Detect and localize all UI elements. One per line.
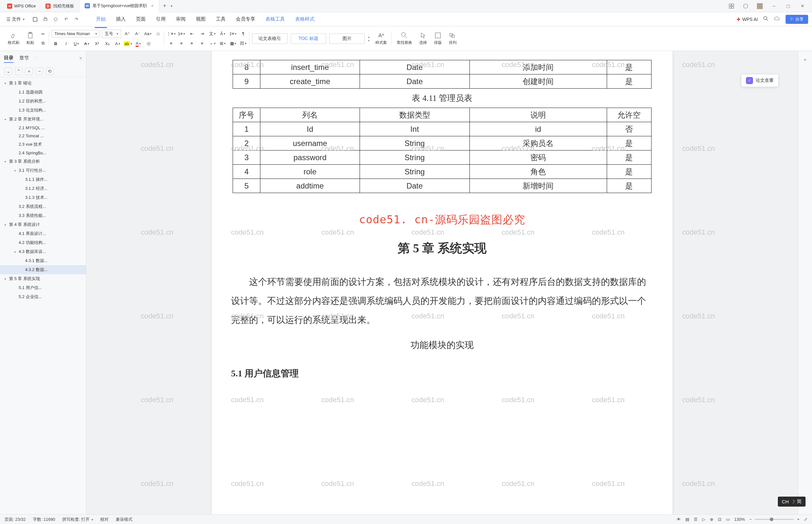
toc-item[interactable]: ▾第 3 章 系统分析 (0, 157, 86, 166)
sort-icon[interactable]: Ā▾ (218, 30, 227, 38)
italic-icon[interactable]: I (62, 40, 70, 48)
format-painter-button[interactable]: 格式刷 (5, 30, 22, 47)
align-button[interactable]: 排列 (446, 30, 459, 47)
toc-item[interactable]: 2.3 vue 技术 (0, 140, 86, 149)
status-spellcheck[interactable]: 拼写检查: 打开 ▾ (62, 517, 93, 522)
toc-item[interactable]: 4.3.1 数据... (0, 256, 86, 265)
clear-format-icon[interactable]: ◇ (154, 30, 162, 38)
expand-icon[interactable]: ⌃ (15, 67, 22, 75)
slider-track[interactable] (755, 519, 794, 520)
toc-item[interactable]: 4.1 界面设计... (0, 229, 86, 238)
copy-icon[interactable]: ⧉ (39, 39, 47, 47)
toc-item[interactable]: 1.3 论文结构... (0, 106, 86, 115)
menu-table-style[interactable]: 表格样式 (290, 14, 320, 25)
numbering-icon[interactable]: 1≡▾ (177, 30, 186, 38)
apps-icon[interactable] (728, 2, 735, 10)
preview-icon[interactable] (52, 16, 59, 23)
highlight-icon[interactable]: ab▾ (124, 40, 132, 48)
file-menu[interactable]: ☰ 文件 ▾ (4, 15, 27, 23)
font-size-select[interactable]: 五号▾ (102, 30, 121, 38)
toc-item[interactable]: 3.1.2 经济... (0, 184, 86, 193)
style-thesis-table[interactable]: 论文表格引 (252, 33, 287, 44)
show-marks-icon[interactable]: ¶ (239, 30, 247, 38)
toc-item[interactable]: 3.3 系统性能... (0, 211, 86, 220)
view-read-icon[interactable]: ▷ (702, 517, 705, 522)
menu-member[interactable]: 会员专享 (231, 14, 260, 25)
sidebar-close-icon[interactable]: × (79, 55, 82, 61)
toc-item[interactable]: 5.2 企业信... (0, 292, 86, 301)
style-down-icon[interactable]: ▾ (368, 39, 369, 42)
cut-icon[interactable]: ✂ (39, 30, 47, 38)
toc-item[interactable]: 1.1 选题动因 (0, 88, 86, 97)
style-image[interactable]: 图片 (329, 33, 365, 44)
distribute-icon[interactable]: ⫠▾ (208, 39, 217, 47)
toc-item[interactable]: 2.4 SpringBo... (0, 149, 86, 157)
status-proof[interactable]: 校对 (100, 517, 109, 522)
menu-review[interactable]: 审阅 (171, 14, 191, 25)
document-area[interactable]: code51.cncode51.cncode51.cncode51.cncode… (86, 51, 798, 514)
align-center-icon[interactable]: ≡ (177, 39, 186, 47)
avatar-icon[interactable] (756, 2, 764, 10)
toc-item[interactable]: 2.2 Tomcat ... (0, 132, 86, 140)
minimize-icon[interactable]: ─ (770, 2, 778, 10)
plagiarism-check-button[interactable]: ✓ 论文查重 (741, 74, 778, 87)
font-color-icon[interactable]: A▾ (134, 40, 143, 48)
save-icon[interactable] (32, 16, 39, 23)
menu-page[interactable]: 页面 (131, 14, 151, 25)
menu-table-tools[interactable]: 表格工具 (260, 14, 290, 25)
align-right-icon[interactable]: ≡ (187, 39, 196, 47)
menu-insert[interactable]: 插入 (111, 14, 131, 25)
ime-indicator[interactable]: CH ☽ 简 (778, 496, 806, 507)
zoom-in-icon[interactable]: + (797, 517, 799, 522)
zoom-out-icon[interactable]: − (749, 517, 752, 522)
style-up-icon[interactable]: ▴ (368, 35, 369, 39)
cube-icon[interactable] (742, 2, 749, 10)
toc-item[interactable]: 4.2 功能结构... (0, 238, 86, 247)
app-logo[interactable]: W WPS Office (3, 3, 40, 9)
decrease-font-icon[interactable]: A⁻ (133, 30, 142, 38)
view-fullwidth-icon[interactable]: ▭ (726, 517, 730, 522)
search-icon[interactable] (763, 16, 769, 22)
tab-document[interactable]: W 基于Springboot+vue校园求职 × (80, 0, 159, 12)
strike-icon[interactable]: A▾ (82, 40, 91, 48)
new-tab-button[interactable]: + (159, 3, 170, 9)
menu-reference[interactable]: 引用 (151, 14, 171, 25)
menu-tools[interactable]: 工具 (211, 14, 231, 25)
find-replace-button[interactable]: 查找替换 (394, 30, 415, 47)
change-case-icon[interactable]: Aa▾ (144, 30, 152, 38)
tab-stops-icon[interactable]: ⊞▾ (218, 39, 227, 47)
fit-icon[interactable]: ⤢ (804, 517, 808, 522)
view-web-icon[interactable]: ⊕ (710, 517, 713, 522)
menu-start[interactable]: 开始 (91, 14, 111, 25)
zoom-slider[interactable]: − + (749, 517, 799, 522)
share-button[interactable]: ⚐ 分享 (785, 15, 808, 24)
bold-icon[interactable]: B (52, 40, 60, 48)
outdent-icon[interactable]: ⇤ (187, 30, 196, 38)
line-spacing-icon[interactable]: ‡≡▾ (229, 30, 237, 38)
view-print-icon[interactable]: ⊡ (718, 517, 722, 522)
toc-item[interactable]: 3.1.1 操作... (0, 175, 86, 184)
tab-templates[interactable]: D 找稻壳模板 (40, 0, 80, 12)
toc-item[interactable]: ▾第 4 章 系统设计 (0, 220, 86, 229)
status-words[interactable]: 字数: 11690 (33, 517, 55, 522)
phonetic-icon[interactable]: ㊥ (144, 40, 153, 48)
eye-icon[interactable]: 👁 (677, 517, 681, 522)
remove-icon[interactable]: − (35, 67, 43, 75)
indent-icon[interactable]: ⇥ (198, 30, 206, 38)
toc-item[interactable]: ▾第 1 章 绪论 (0, 79, 86, 88)
maximize-icon[interactable]: ▢ (784, 2, 792, 10)
select-button[interactable]: 选择 (417, 30, 430, 47)
font-name-select[interactable]: Times New Roman▾ (52, 30, 100, 37)
layout-button[interactable]: 排版 (431, 30, 444, 47)
undo-icon[interactable]: ↶ (63, 16, 70, 23)
paste-button[interactable]: 粘贴 (24, 30, 37, 47)
wps-ai-button[interactable]: WPS AI (736, 17, 758, 22)
add-icon[interactable]: + (25, 67, 33, 75)
toc-item[interactable]: ▾4.3 数据库设... (0, 247, 86, 256)
align-justify-icon[interactable]: ≡ (198, 39, 206, 47)
zoom-value[interactable]: 130% (734, 517, 745, 522)
text-direction-icon[interactable]: 文▾ (208, 30, 217, 38)
superscript-icon[interactable]: X² (93, 40, 101, 48)
sidebar-tab-toc[interactable]: 目录 (4, 53, 14, 63)
close-window-icon[interactable]: ✕ (798, 2, 806, 10)
